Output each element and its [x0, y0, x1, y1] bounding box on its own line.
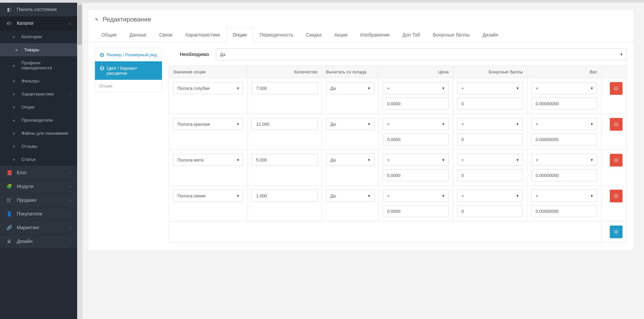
edit-panel: ✎ Редактирование Общие Данные Связи Хара…: [88, 9, 634, 250]
scrollbar-thumb[interactable]: [78, 5, 82, 45]
chevron-right-icon: ›: [70, 184, 71, 188]
price-sign-select[interactable]: +▼: [383, 190, 448, 202]
weight-sign-select[interactable]: +▼: [531, 190, 597, 202]
qty-input[interactable]: 12.000: [252, 118, 317, 130]
option-tab-color[interactable]: Цвет / Вариант расцветки: [95, 61, 162, 80]
option-value-select[interactable]: Полоса мята▼: [173, 154, 243, 166]
price-input[interactable]: 0.0000: [383, 98, 448, 110]
price-input[interactable]: 0.0000: [383, 133, 448, 145]
sidebar-sub-reviews[interactable]: »Отзывы: [0, 140, 77, 153]
option-side-tabs: Размер / Размерный ряд Цвет / Вариант ра…: [95, 48, 162, 243]
sidebar-sub-options[interactable]: »Опции: [0, 101, 77, 114]
qty-input[interactable]: 7.000: [252, 82, 317, 94]
tab-design[interactable]: Дизайн: [476, 27, 505, 42]
minus-circle-icon: [100, 53, 104, 57]
input-value: 0: [462, 137, 464, 142]
caret-down-icon: ▼: [367, 122, 371, 126]
qty-input[interactable]: 1.000: [252, 190, 317, 202]
sidebar-sub-articles[interactable]: »Статьи: [0, 153, 77, 166]
add-row-button[interactable]: [610, 226, 623, 238]
price-input[interactable]: 0.0000: [383, 205, 448, 217]
cart-icon: 🛒: [6, 197, 12, 203]
tab-label: Характеристики: [185, 32, 220, 38]
option-value-select[interactable]: Полоса красная▼: [173, 118, 243, 130]
chevron-right-icon: »: [11, 144, 17, 149]
price-input[interactable]: 0.0000: [383, 169, 448, 181]
sidebar-sub-downloads[interactable]: »Файлы для скачивания: [0, 127, 77, 140]
subtract-select[interactable]: Да▼: [326, 82, 374, 94]
points-sign-select[interactable]: +▼: [457, 190, 523, 202]
select-value: Полоса голубая: [177, 86, 210, 91]
sidebar-item-modules[interactable]: 🧩Модули›: [0, 180, 77, 193]
th-label: Вычитать со склада: [326, 69, 367, 74]
caret-down-icon: ▼: [590, 86, 593, 90]
points-input[interactable]: 0: [457, 98, 523, 110]
option-add-input[interactable]: Опции: [95, 80, 162, 92]
minus-circle-icon: [614, 86, 619, 91]
delete-row-button[interactable]: [610, 82, 623, 95]
delete-row-button[interactable]: [610, 190, 623, 202]
sidebar-item-sales[interactable]: 🛒Продажи›: [0, 193, 77, 207]
sidebar-sub-profiles[interactable]: »Профили периодичности: [0, 56, 77, 74]
delete-row-button[interactable]: [610, 118, 623, 131]
sidebar-item-marketing[interactable]: 🔗Маркетинг›: [0, 221, 77, 235]
weight-input[interactable]: 0.00000000: [531, 98, 597, 110]
sidebar-item-dashboard[interactable]: ◧Панель состояния: [0, 3, 77, 16]
tab-special[interactable]: Акции: [328, 27, 354, 42]
vertical-scrollbar[interactable]: [77, 3, 83, 319]
minus-circle-icon: [614, 194, 619, 198]
sidebar-item-design[interactable]: 🖥Дизайн›: [0, 235, 77, 248]
sidebar-sub-attributes[interactable]: »Характеристики›: [0, 87, 77, 101]
qty-input[interactable]: 5.000: [252, 154, 317, 166]
tab-general[interactable]: Общие: [95, 27, 123, 42]
subtract-select[interactable]: Да▼: [326, 118, 374, 130]
tab-discount[interactable]: Скидка: [300, 27, 328, 42]
input-value: 1.000: [256, 193, 267, 198]
option-value-select[interactable]: Полоса синяя▼: [173, 190, 243, 202]
sidebar-sub-label: Статьи: [21, 157, 36, 162]
sidebar-sub-manufacturers[interactable]: »Производители: [0, 114, 77, 127]
tabs-bar: Общие Данные Связи Характеристики Опции …: [88, 27, 634, 42]
weight-sign-select[interactable]: +▼: [531, 82, 597, 94]
chevron-right-icon: »: [11, 131, 17, 136]
tab-attribute[interactable]: Характеристики: [179, 27, 226, 42]
weight-input[interactable]: 0.00000000: [531, 169, 597, 181]
tab-recurring[interactable]: Периодичность: [253, 27, 300, 42]
points-sign-select[interactable]: +▼: [457, 82, 523, 94]
sidebar-item-catalog[interactable]: 🏷Каталог ⌄: [0, 16, 77, 30]
weight-input[interactable]: 0.00000000: [531, 205, 597, 217]
th-label: Количество: [294, 69, 318, 74]
option-value-select[interactable]: Полоса голубая▼: [173, 82, 243, 94]
weight-sign-select[interactable]: +▼: [531, 154, 597, 166]
points-sign-select[interactable]: +▼: [457, 154, 523, 166]
points-input[interactable]: 0: [457, 169, 523, 181]
sidebar-sub-categories[interactable]: »Категории: [0, 30, 77, 43]
tab-reward[interactable]: Бонусные баллы: [427, 27, 476, 42]
tab-image[interactable]: Изображение: [354, 27, 396, 42]
price-sign-select[interactable]: +▼: [383, 82, 448, 94]
tab-label: Доп Таб: [402, 32, 420, 38]
sidebar-sub-products[interactable]: »Товары: [0, 43, 77, 56]
input-value: 0: [462, 173, 464, 178]
sidebar-label-dashboard: Панель состояния: [17, 7, 57, 12]
price-sign-select[interactable]: +▼: [383, 154, 448, 166]
subtract-select[interactable]: Да▼: [326, 154, 374, 166]
sidebar-item-blog[interactable]: 📕Блог›: [0, 166, 77, 180]
sidebar-item-customers[interactable]: 👤Покупатели›: [0, 207, 77, 221]
points-input[interactable]: 0: [457, 205, 523, 217]
weight-sign-select[interactable]: +▼: [531, 118, 597, 130]
tab-option[interactable]: Опции: [226, 27, 253, 42]
tab-data[interactable]: Данные: [123, 27, 153, 42]
option-tab-size[interactable]: Размер / Размерный ряд: [95, 48, 162, 62]
points-input[interactable]: 0: [457, 133, 523, 145]
caret-down-icon: ▼: [236, 86, 240, 90]
tab-extratab[interactable]: Доп Таб: [396, 27, 427, 42]
points-sign-select[interactable]: +▼: [457, 118, 523, 130]
delete-row-button[interactable]: [610, 154, 623, 167]
required-select[interactable]: Да ▼: [216, 48, 627, 60]
subtract-select[interactable]: Да▼: [326, 190, 374, 202]
sidebar-sub-filters[interactable]: »Фильтры: [0, 74, 77, 87]
tab-links[interactable]: Связи: [153, 27, 179, 42]
weight-input[interactable]: 0.00000000: [531, 133, 597, 145]
price-sign-select[interactable]: +▼: [383, 118, 448, 130]
